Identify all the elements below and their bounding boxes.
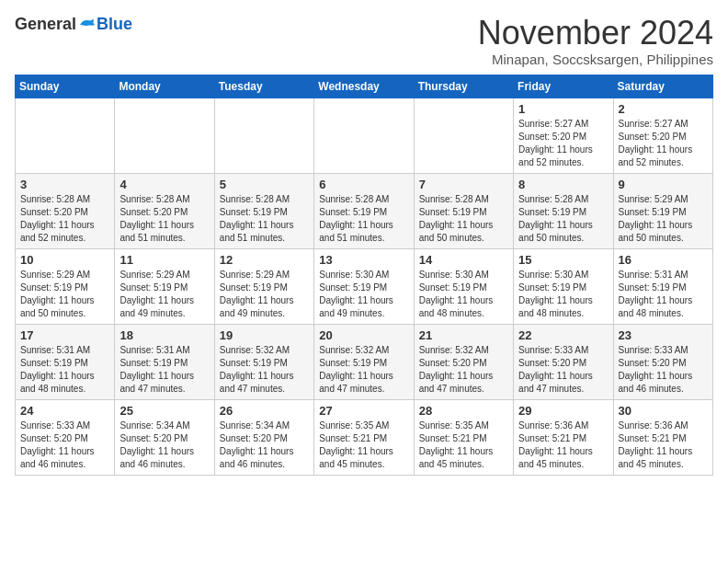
day-number: 14 — [419, 253, 508, 267]
calendar-cell — [214, 98, 313, 173]
day-number: 8 — [518, 178, 608, 191]
day-number: 12 — [220, 253, 309, 267]
day-info: Sunrise: 5:30 AM Sunset: 5:19 PM Dayligh… — [319, 269, 408, 320]
day-info: Sunrise: 5:35 AM Sunset: 5:21 PM Dayligh… — [419, 419, 508, 471]
day-info: Sunrise: 5:29 AM Sunset: 5:19 PM Dayligh… — [220, 269, 309, 320]
location: Minapan, Soccsksargen, Philippines — [478, 52, 713, 67]
day-number: 21 — [419, 328, 508, 342]
day-info: Sunrise: 5:32 AM Sunset: 5:20 PM Dayligh… — [419, 344, 508, 396]
logo-blue: Blue — [97, 15, 132, 34]
calendar-cell: 26Sunrise: 5:34 AM Sunset: 5:20 PM Dayli… — [214, 399, 313, 475]
calendar-cell — [16, 98, 115, 173]
calendar-cell: 15Sunrise: 5:30 AM Sunset: 5:19 PM Dayli… — [514, 248, 613, 324]
calendar-cell: 18Sunrise: 5:31 AM Sunset: 5:19 PM Dayli… — [115, 324, 214, 399]
calendar-week-row: 10Sunrise: 5:29 AM Sunset: 5:19 PM Dayli… — [16, 248, 713, 324]
day-number: 4 — [119, 178, 209, 191]
day-number: 25 — [119, 404, 209, 418]
calendar-cell — [414, 98, 513, 173]
day-number: 16 — [619, 253, 708, 267]
day-info: Sunrise: 5:30 AM Sunset: 5:19 PM Dayligh… — [419, 269, 508, 320]
day-number: 11 — [119, 253, 209, 267]
day-of-week-header: Saturday — [613, 75, 712, 98]
calendar-cell — [115, 98, 214, 173]
day-number: 30 — [619, 404, 708, 418]
day-info: Sunrise: 5:30 AM Sunset: 5:19 PM Dayligh… — [518, 269, 608, 320]
calendar-cell: 10Sunrise: 5:29 AM Sunset: 5:19 PM Dayli… — [16, 248, 115, 324]
day-info: Sunrise: 5:29 AM Sunset: 5:19 PM Dayligh… — [20, 269, 109, 320]
calendar-header: SundayMondayTuesdayWednesdayThursdayFrid… — [16, 75, 713, 98]
day-info: Sunrise: 5:32 AM Sunset: 5:19 PM Dayligh… — [319, 344, 408, 396]
month-title: November 2024 — [478, 15, 713, 52]
day-number: 7 — [419, 178, 508, 191]
day-number: 18 — [119, 328, 209, 342]
day-of-week-header: Friday — [514, 75, 613, 98]
day-info: Sunrise: 5:28 AM Sunset: 5:19 PM Dayligh… — [220, 193, 309, 245]
day-info: Sunrise: 5:34 AM Sunset: 5:20 PM Dayligh… — [119, 419, 209, 471]
day-number: 6 — [319, 178, 408, 191]
day-number: 2 — [619, 102, 708, 116]
calendar-cell: 5Sunrise: 5:28 AM Sunset: 5:19 PM Daylig… — [214, 173, 313, 248]
day-number: 26 — [220, 404, 309, 418]
calendar-cell: 29Sunrise: 5:36 AM Sunset: 5:21 PM Dayli… — [514, 399, 613, 475]
day-info: Sunrise: 5:27 AM Sunset: 5:20 PM Dayligh… — [619, 118, 708, 169]
calendar-cell: 11Sunrise: 5:29 AM Sunset: 5:19 PM Dayli… — [115, 248, 214, 324]
calendar-cell: 16Sunrise: 5:31 AM Sunset: 5:19 PM Dayli… — [613, 248, 712, 324]
day-of-week-header: Thursday — [414, 75, 513, 98]
day-info: Sunrise: 5:29 AM Sunset: 5:19 PM Dayligh… — [619, 193, 708, 245]
day-number: 27 — [319, 404, 408, 418]
calendar-cell: 23Sunrise: 5:33 AM Sunset: 5:20 PM Dayli… — [613, 324, 712, 399]
day-info: Sunrise: 5:33 AM Sunset: 5:20 PM Dayligh… — [619, 344, 708, 396]
calendar-week-row: 17Sunrise: 5:31 AM Sunset: 5:19 PM Dayli… — [16, 324, 713, 399]
day-info: Sunrise: 5:35 AM Sunset: 5:21 PM Dayligh… — [319, 419, 408, 471]
day-info: Sunrise: 5:32 AM Sunset: 5:19 PM Dayligh… — [220, 344, 309, 396]
calendar-cell: 22Sunrise: 5:33 AM Sunset: 5:20 PM Dayli… — [514, 324, 613, 399]
calendar-cell: 21Sunrise: 5:32 AM Sunset: 5:20 PM Dayli… — [414, 324, 513, 399]
calendar-cell: 3Sunrise: 5:28 AM Sunset: 5:20 PM Daylig… — [16, 173, 115, 248]
calendar-cell: 1Sunrise: 5:27 AM Sunset: 5:20 PM Daylig… — [514, 98, 613, 173]
header-row: SundayMondayTuesdayWednesdayThursdayFrid… — [16, 75, 713, 98]
calendar-cell: 7Sunrise: 5:28 AM Sunset: 5:19 PM Daylig… — [414, 173, 513, 248]
day-number: 28 — [419, 404, 508, 418]
day-number: 29 — [518, 404, 608, 418]
calendar-cell: 6Sunrise: 5:28 AM Sunset: 5:19 PM Daylig… — [314, 173, 414, 248]
day-number: 9 — [619, 178, 708, 191]
day-info: Sunrise: 5:36 AM Sunset: 5:21 PM Dayligh… — [619, 419, 708, 471]
logo-bird-icon — [78, 17, 97, 32]
day-info: Sunrise: 5:28 AM Sunset: 5:20 PM Dayligh… — [119, 193, 209, 245]
day-number: 24 — [20, 404, 109, 418]
calendar-cell: 9Sunrise: 5:29 AM Sunset: 5:19 PM Daylig… — [613, 173, 712, 248]
calendar-cell: 27Sunrise: 5:35 AM Sunset: 5:21 PM Dayli… — [314, 399, 414, 475]
day-number: 10 — [20, 253, 109, 267]
day-info: Sunrise: 5:28 AM Sunset: 5:19 PM Dayligh… — [419, 193, 508, 245]
day-info: Sunrise: 5:28 AM Sunset: 5:20 PM Dayligh… — [20, 193, 109, 245]
day-info: Sunrise: 5:33 AM Sunset: 5:20 PM Dayligh… — [20, 419, 109, 471]
calendar-cell — [314, 98, 414, 173]
calendar-cell: 25Sunrise: 5:34 AM Sunset: 5:20 PM Dayli… — [115, 399, 214, 475]
calendar-cell: 13Sunrise: 5:30 AM Sunset: 5:19 PM Dayli… — [314, 248, 414, 324]
calendar-cell: 14Sunrise: 5:30 AM Sunset: 5:19 PM Dayli… — [414, 248, 513, 324]
day-info: Sunrise: 5:36 AM Sunset: 5:21 PM Dayligh… — [518, 419, 608, 471]
day-number: 22 — [518, 328, 608, 342]
calendar-week-row: 24Sunrise: 5:33 AM Sunset: 5:20 PM Dayli… — [16, 399, 713, 475]
calendar-cell: 12Sunrise: 5:29 AM Sunset: 5:19 PM Dayli… — [214, 248, 313, 324]
calendar-table: SundayMondayTuesdayWednesdayThursdayFrid… — [15, 75, 713, 476]
day-number: 15 — [518, 253, 608, 267]
calendar-cell: 30Sunrise: 5:36 AM Sunset: 5:21 PM Dayli… — [613, 399, 712, 475]
day-info: Sunrise: 5:28 AM Sunset: 5:19 PM Dayligh… — [319, 193, 408, 245]
calendar-cell: 24Sunrise: 5:33 AM Sunset: 5:20 PM Dayli… — [16, 399, 115, 475]
day-of-week-header: Tuesday — [214, 75, 313, 98]
day-number: 19 — [220, 328, 309, 342]
calendar-cell: 19Sunrise: 5:32 AM Sunset: 5:19 PM Dayli… — [214, 324, 313, 399]
day-of-week-header: Wednesday — [314, 75, 414, 98]
calendar-cell: 2Sunrise: 5:27 AM Sunset: 5:20 PM Daylig… — [613, 98, 712, 173]
calendar-cell: 20Sunrise: 5:32 AM Sunset: 5:19 PM Dayli… — [314, 324, 414, 399]
day-number: 13 — [319, 253, 408, 267]
day-info: Sunrise: 5:31 AM Sunset: 5:19 PM Dayligh… — [619, 269, 708, 320]
calendar-cell: 17Sunrise: 5:31 AM Sunset: 5:19 PM Dayli… — [16, 324, 115, 399]
day-info: Sunrise: 5:31 AM Sunset: 5:19 PM Dayligh… — [119, 344, 209, 396]
day-number: 20 — [319, 328, 408, 342]
day-info: Sunrise: 5:28 AM Sunset: 5:19 PM Dayligh… — [518, 193, 608, 245]
calendar-cell: 4Sunrise: 5:28 AM Sunset: 5:20 PM Daylig… — [115, 173, 214, 248]
page-header: General Blue November 2024 Minapan, Socc… — [15, 15, 713, 67]
day-info: Sunrise: 5:33 AM Sunset: 5:20 PM Dayligh… — [518, 344, 608, 396]
